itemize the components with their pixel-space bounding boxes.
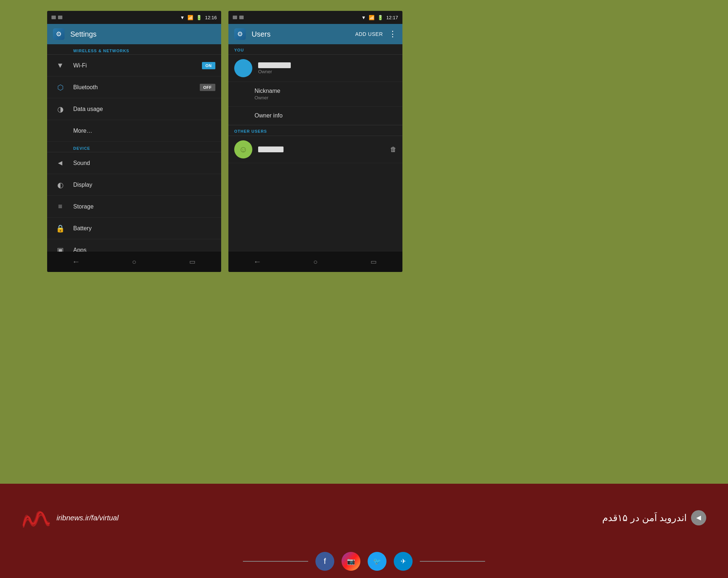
divider-right xyxy=(420,561,485,562)
more-options-button[interactable]: ⋮ xyxy=(389,29,397,39)
sound-icon: ◄ xyxy=(53,156,67,170)
right-recents-button[interactable]: ▭ xyxy=(363,255,384,269)
right-phone-screen: ▼ 📶 🔋 12:17 ⚙ Users ADD USER ⋮ YOU Owner… xyxy=(228,11,402,272)
users-app-icon: ⚙ xyxy=(234,28,246,40)
apps-icon: ▣ xyxy=(53,243,67,252)
owner-info-item[interactable]: Owner info xyxy=(228,107,402,125)
bluetooth-item[interactable]: ⬡ Bluetooth OFF xyxy=(47,77,221,98)
wireless-section-header: WIRELESS & NETWORKS xyxy=(47,44,221,54)
storage-item[interactable]: ≡ Storage xyxy=(47,196,221,218)
delete-user-button[interactable]: 🗑 xyxy=(390,146,397,153)
battery-label: Battery xyxy=(73,225,215,232)
nickname-label: Nickname xyxy=(255,88,376,94)
other-user-name-block xyxy=(258,146,284,152)
bottom-bar: iribnews.ir/fa/virtual اندروید اَمن در ۱… xyxy=(0,484,728,578)
you-section-header: YOU xyxy=(228,44,402,54)
right-home-button[interactable]: ○ xyxy=(305,255,326,269)
left-phone-screen: ▼ 📶 🔋 12:16 ⚙ Settings WIRELESS & NETWOR… xyxy=(47,11,221,272)
owner-info: Owner xyxy=(258,62,291,74)
left-status-icons xyxy=(51,16,62,19)
persian-title-text: اندروید اَمن در ۱۵قدم xyxy=(602,512,687,524)
left-status-bar: ▼ 📶 🔋 12:16 xyxy=(47,11,221,24)
owner-sub-label: Owner xyxy=(258,69,291,74)
users-app-bar: ⚙ Users ADD USER ⋮ xyxy=(228,24,402,44)
add-user-button[interactable]: ADD USER xyxy=(355,31,383,37)
sim-icon-r xyxy=(233,16,237,19)
right-time-display: 12:17 xyxy=(386,15,398,20)
sim2-icon xyxy=(58,16,62,19)
divider-left xyxy=(243,561,308,562)
battery-item[interactable]: 🔒 Battery xyxy=(47,218,221,239)
owner-user-item[interactable]: Owner xyxy=(228,55,402,82)
apps-label: Apps xyxy=(73,247,215,252)
right-back-button[interactable]: ← xyxy=(247,255,268,269)
data-usage-label: Data usage xyxy=(73,106,215,112)
twitter-icon[interactable]: 🐦 xyxy=(368,552,386,571)
signal-icon-r: 📶 xyxy=(369,15,375,20)
battery-icon-r: 🔋 xyxy=(377,15,383,20)
settings-app-icon: ⚙ xyxy=(53,28,65,40)
wifi-icon: ▼ xyxy=(53,58,67,73)
sound-item[interactable]: ◄ Sound xyxy=(47,152,221,174)
battery-icon: 🔒 xyxy=(53,221,67,236)
wifi-status-icon-r: ▼ xyxy=(361,15,366,20)
logo-area: iribnews.ir/fa/virtual xyxy=(22,507,119,529)
nickname-sub: Owner xyxy=(255,95,376,100)
back-button[interactable]: ← xyxy=(65,255,87,269)
social-icons-row: f 📷 🐦 ✈ xyxy=(0,552,728,578)
sim2-icon-r xyxy=(239,16,244,19)
right-status-icons xyxy=(233,16,244,19)
users-list: YOU Owner Nickname Owner Owner info OTHE… xyxy=(228,44,402,252)
display-label: Display xyxy=(73,182,215,188)
left-status-right: ▼ 📶 🔋 12:16 xyxy=(180,15,217,20)
other-users-header: OTHER USERS xyxy=(228,125,402,136)
wifi-item[interactable]: ▼ Wi-Fi ON xyxy=(47,55,221,77)
signal-icon: 📶 xyxy=(187,15,193,20)
bottom-content: iribnews.ir/fa/virtual اندروید اَمن در ۱… xyxy=(0,484,728,552)
nickname-item[interactable]: Nickname Owner xyxy=(228,82,402,107)
website-text: iribnews.ir/fa/virtual xyxy=(57,514,119,522)
other-user-avatar-icon: ☺ xyxy=(239,144,248,154)
bluetooth-icon: ⬡ xyxy=(53,80,67,95)
persian-icon: ◄ xyxy=(691,510,706,525)
display-icon: ◐ xyxy=(53,178,67,192)
users-title: Users xyxy=(252,30,349,38)
right-nav-bar: ← ○ ▭ xyxy=(228,252,402,272)
home-button[interactable]: ○ xyxy=(123,255,145,269)
time-display: 12:16 xyxy=(205,15,217,20)
wifi-status-icon: ▼ xyxy=(180,15,185,20)
sound-label: Sound xyxy=(73,160,215,166)
owner-name-block xyxy=(258,62,291,68)
owner-info-label: Owner info xyxy=(255,112,376,119)
storage-label: Storage xyxy=(73,203,215,210)
data-usage-item[interactable]: ◑ Data usage xyxy=(47,98,221,120)
storage-icon: ≡ xyxy=(53,199,67,214)
other-user-item[interactable]: ☺ 🗑 xyxy=(228,136,402,163)
settings-list: WIRELESS & NETWORKS ▼ Wi-Fi ON ⬡ Bluetoo… xyxy=(47,44,221,252)
settings-title: Settings xyxy=(70,30,215,38)
settings-app-bar: ⚙ Settings xyxy=(47,24,221,44)
data-usage-icon: ◑ xyxy=(53,102,67,116)
wifi-label: Wi-Fi xyxy=(73,62,202,69)
left-nav-bar: ← ○ ▭ xyxy=(47,252,221,272)
wifi-toggle[interactable]: ON xyxy=(202,62,216,69)
recents-button[interactable]: ▭ xyxy=(181,255,203,269)
owner-avatar xyxy=(234,59,252,77)
device-section-header: DEVICE xyxy=(47,142,221,152)
apps-item[interactable]: ▣ Apps xyxy=(47,239,221,252)
bluetooth-label: Bluetooth xyxy=(73,84,200,91)
persian-title-area: اندروید اَمن در ۱۵قدم ◄ xyxy=(602,510,706,525)
display-item[interactable]: ◐ Display xyxy=(47,174,221,196)
facebook-icon[interactable]: f xyxy=(315,552,334,571)
more-item[interactable]: More… xyxy=(47,120,221,142)
right-status-bar: ▼ 📶 🔋 12:17 xyxy=(228,11,402,24)
instagram-icon[interactable]: 📷 xyxy=(342,552,360,571)
sim-icon xyxy=(51,16,56,19)
telegram-icon[interactable]: ✈ xyxy=(394,552,413,571)
other-user-avatar: ☺ xyxy=(234,140,252,158)
right-status-right: ▼ 📶 🔋 12:17 xyxy=(361,15,398,20)
bluetooth-toggle[interactable]: OFF xyxy=(200,84,216,91)
more-label: More… xyxy=(73,128,215,134)
users-actions: ADD USER ⋮ xyxy=(355,29,397,39)
battery-icon: 🔋 xyxy=(196,15,202,20)
